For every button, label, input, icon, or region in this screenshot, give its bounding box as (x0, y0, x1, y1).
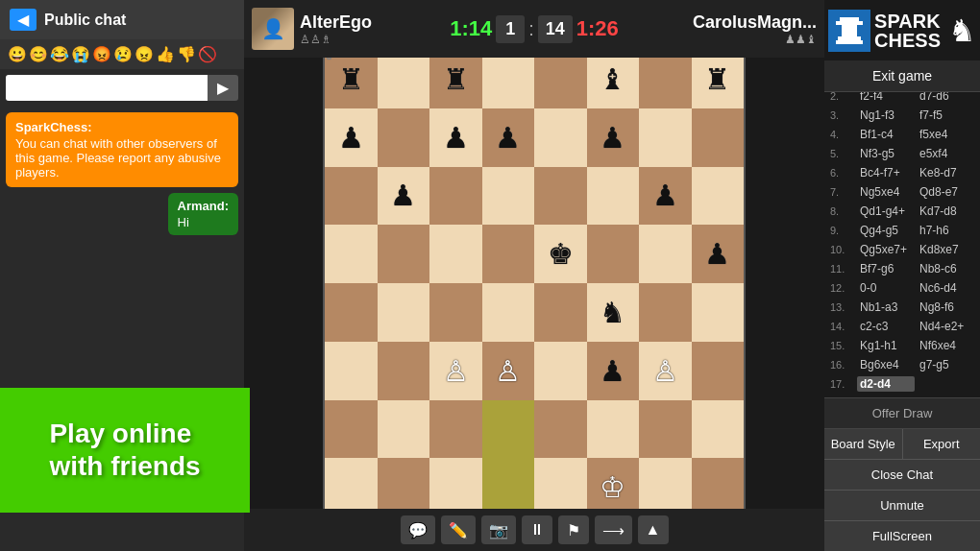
cell-a2[interactable] (325, 400, 378, 459)
move-white[interactable]: Qg5xe7+ (857, 242, 915, 257)
cell-f5[interactable] (587, 225, 640, 283)
cell-a3[interactable] (325, 342, 378, 400)
move-black[interactable]: h7-h6 (917, 223, 974, 238)
cell-c7[interactable]: ♟ (429, 108, 482, 167)
move-black[interactable]: Nd4-e2+ (917, 319, 974, 334)
emoji-cry[interactable]: 😭 (71, 45, 90, 63)
emoji-angry[interactable]: 😡 (92, 45, 111, 63)
cell-d3[interactable]: ♙ (482, 342, 535, 400)
move-black[interactable]: g7-g5 (917, 357, 974, 372)
emoji-laugh[interactable]: 😂 (50, 45, 69, 63)
move-white[interactable]: d2-d4 (857, 376, 915, 392)
offer-draw-button[interactable]: Offer Draw (824, 397, 980, 429)
cell-b5[interactable] (378, 225, 430, 283)
cell-e2[interactable] (534, 400, 587, 459)
up-ctrl-button[interactable]: ▲ (638, 515, 669, 544)
cell-c3[interactable]: ♙ (429, 342, 482, 400)
move-white[interactable]: Nf3-g5 (857, 146, 915, 161)
cell-a1[interactable] (325, 458, 378, 509)
cell-g4[interactable] (639, 283, 692, 342)
cell-f4[interactable]: ♞ (587, 283, 640, 342)
forward-ctrl-button[interactable]: ⟶ (595, 515, 632, 544)
move-white[interactable]: Nb1-a3 (857, 299, 915, 315)
chess-board[interactable]: 8♜ ♜ ♝ ♜ ♟ ♟ ♟ ♟ ♟ ♟ (323, 58, 746, 509)
cell-d7[interactable]: ♟ (482, 108, 535, 167)
cell-d2[interactable] (482, 400, 535, 459)
emoji-rage[interactable]: 😠 (135, 45, 154, 63)
move-black[interactable]: Nb8-c6 (917, 261, 974, 276)
move-white[interactable]: Bc4-f7+ (857, 165, 915, 180)
cell-g2[interactable] (639, 400, 692, 459)
move-white[interactable]: c2-c3 (857, 319, 915, 334)
emoji-sad[interactable]: 😢 (113, 45, 133, 63)
camera-ctrl-button[interactable]: 📷 (481, 515, 516, 544)
cell-h8[interactable]: ♜ (692, 58, 745, 108)
pause-ctrl-button[interactable]: ⏸ (522, 515, 552, 544)
cell-e5[interactable]: ♚ (534, 225, 587, 283)
chat-input[interactable] (6, 75, 208, 101)
close-chat-button[interactable]: Close Chat (824, 459, 980, 490)
cell-g3[interactable]: ♙ (639, 342, 692, 400)
move-white[interactable]: Qd1-g4+ (857, 204, 915, 219)
exit-game-button[interactable]: Exit game (824, 60, 980, 92)
flag-ctrl-button[interactable]: ⚑ (558, 515, 589, 544)
cell-h6[interactable] (692, 167, 745, 226)
cell-g5[interactable] (639, 225, 692, 283)
cell-c5[interactable] (429, 225, 482, 283)
board-style-button[interactable]: Board Style (824, 429, 903, 459)
cell-d4[interactable] (482, 283, 535, 342)
cell-b7[interactable] (378, 108, 430, 167)
cell-b3[interactable] (378, 342, 430, 400)
move-white[interactable]: 0-0 (857, 280, 915, 296)
cell-a8[interactable]: 8♜ (325, 58, 378, 108)
cell-e8[interactable] (534, 58, 587, 108)
cell-f1[interactable]: ♔ (587, 458, 640, 509)
chat-back-button[interactable]: ◀ (10, 9, 37, 31)
cell-c8[interactable]: ♜ (429, 58, 482, 108)
emoji-no[interactable]: 🚫 (198, 45, 217, 63)
move-black[interactable]: Nf6xe4 (917, 338, 974, 353)
cell-h5[interactable]: ♟ (692, 225, 745, 283)
cell-h7[interactable] (692, 108, 745, 167)
cell-b4[interactable] (378, 283, 430, 342)
cell-c6[interactable] (429, 167, 482, 226)
cell-b1[interactable] (378, 458, 430, 509)
cell-b8[interactable] (378, 58, 430, 108)
move-white[interactable]: f2-f4 (857, 92, 915, 104)
move-black[interactable]: Ke8-d7 (917, 165, 974, 180)
move-white[interactable]: Ng5xe4 (857, 184, 915, 200)
cell-d8[interactable] (482, 58, 535, 108)
move-black[interactable]: Nc6-d4 (917, 280, 974, 296)
cell-f8[interactable]: ♝ (587, 58, 640, 108)
emoji-thumbsdown[interactable]: 👎 (177, 45, 196, 63)
chat-send-button[interactable]: ▶ (208, 75, 238, 101)
move-black[interactable]: f5xe4 (917, 127, 974, 142)
cell-e6[interactable] (534, 167, 587, 226)
emoji-thumbsup[interactable]: 👍 (156, 45, 175, 63)
move-black[interactable]: Qd8-e7 (917, 184, 974, 200)
cell-f3[interactable]: ♟ (587, 342, 640, 400)
move-white[interactable]: Bf7-g6 (857, 261, 915, 276)
cell-h3[interactable] (692, 342, 745, 400)
move-white[interactable]: Bf1-c4 (857, 127, 915, 142)
move-black[interactable]: d7-d6 (917, 92, 974, 104)
cell-c1[interactable] (429, 458, 482, 509)
move-white[interactable]: Ng1-f3 (857, 108, 915, 123)
cell-a4[interactable] (325, 283, 378, 342)
move-black[interactable] (917, 383, 974, 385)
move-black[interactable]: Kd7-d8 (917, 204, 974, 219)
cell-g6[interactable]: ♟ (639, 167, 692, 226)
move-black[interactable]: Kd8xe7 (917, 242, 974, 257)
cell-h2[interactable] (692, 400, 745, 459)
export-button[interactable]: Export (903, 429, 981, 459)
emoji-smile[interactable]: 😀 (8, 45, 27, 63)
unmute-button[interactable]: Unmute (824, 490, 980, 520)
fullscreen-button[interactable]: FullScreen (824, 520, 980, 551)
cell-a5[interactable] (325, 225, 378, 283)
cell-b2[interactable] (378, 400, 430, 459)
cell-b6[interactable]: ♟ (378, 167, 430, 226)
cell-e4[interactable] (534, 283, 587, 342)
move-black[interactable]: f7-f5 (917, 108, 974, 123)
cell-f6[interactable] (587, 167, 640, 226)
emoji-happy[interactable]: 😊 (29, 45, 48, 63)
